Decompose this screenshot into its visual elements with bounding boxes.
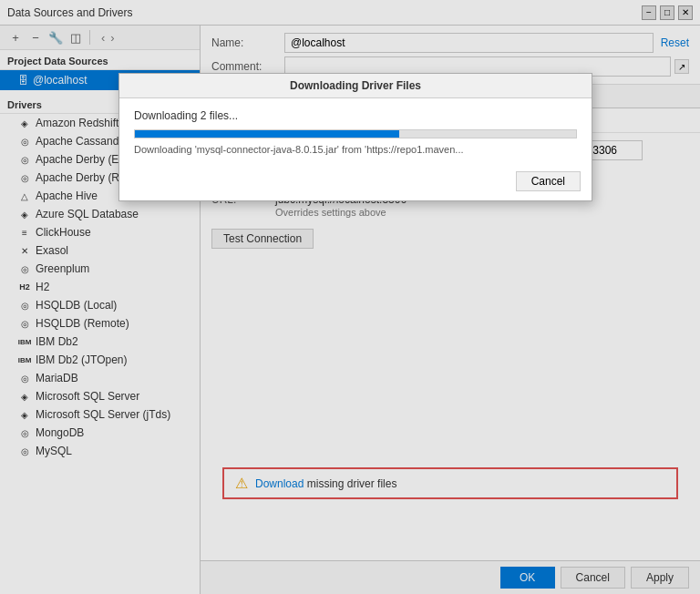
dialog-cancel-button[interactable]: Cancel: [516, 171, 581, 191]
dialog-msg1: Downloading 2 files...: [134, 109, 577, 122]
dialog-file-msg: Downloading 'mysql-connector-java-8.0.15…: [134, 144, 577, 155]
dialog-footer: Cancel: [119, 166, 592, 200]
downloading-dialog: Downloading Driver Files Downloading 2 f…: [118, 73, 592, 201]
progress-bar-fill: [135, 130, 399, 138]
dialog-body: Downloading 2 files... Downloading 'mysq…: [119, 98, 592, 166]
dialog-overlay: Downloading Driver Files Downloading 2 f…: [0, 0, 700, 594]
progress-bar-background: [134, 129, 577, 138]
dialog-title: Downloading Driver Files: [119, 74, 592, 98]
